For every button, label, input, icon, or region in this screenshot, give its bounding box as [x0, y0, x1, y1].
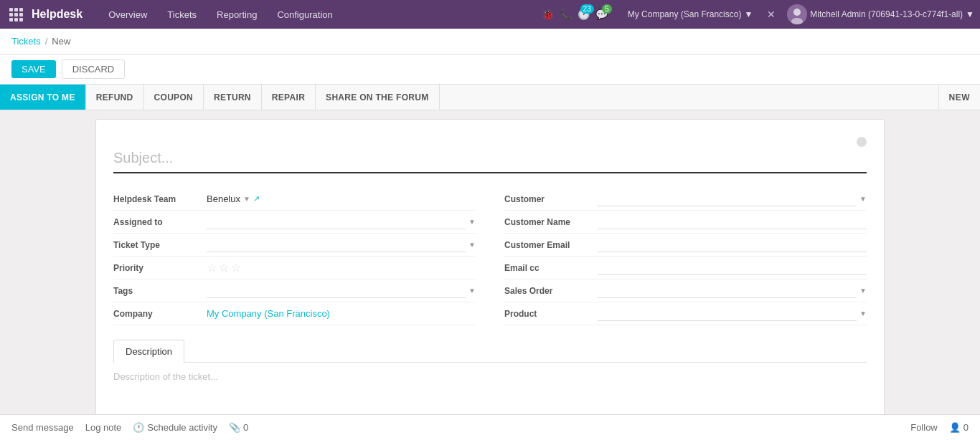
navbar-icons: 🐞 📞 🕐 23 💬 5 My Company (San Francisco) … [542, 4, 974, 24]
nav-overview[interactable]: Overview [100, 0, 156, 29]
form-grid: Helpdesk Team Benelux ▼ ↗ Assigned to ▼ [113, 188, 867, 325]
clock-badge: 23 [580, 4, 594, 14]
email-cc-value [598, 261, 867, 275]
company-value: My Company (San Francisco) [207, 308, 476, 319]
star-1[interactable]: ☆ [207, 261, 217, 274]
main-content: Helpdesk Team Benelux ▼ ↗ Assigned to ▼ [0, 110, 980, 414]
company-link[interactable]: My Company (San Francisco) [207, 308, 330, 319]
customer-email-row: Customer Email [504, 234, 867, 257]
user-info[interactable]: Mitchell Admin (706941-13-0-c774f1-all) … [787, 4, 974, 24]
coupon-button[interactable]: COUPON [144, 85, 204, 110]
send-message-label: Send message [11, 422, 74, 433]
ticket-type-arrow[interactable]: ▼ [468, 241, 476, 249]
people-icon: 👤 [949, 422, 961, 433]
ticket-form: Helpdesk Team Benelux ▼ ↗ Assigned to ▼ [95, 119, 885, 414]
product-label: Product [504, 309, 598, 319]
star-3[interactable]: ☆ [231, 261, 241, 274]
attachments-count: 0 [243, 422, 248, 433]
company-close-icon[interactable]: ✕ [767, 9, 776, 20]
clock-small-icon: 🕐 [133, 422, 144, 433]
ticket-type-row: Ticket Type ▼ [113, 234, 476, 257]
breadcrumb: Tickets / New [0, 29, 980, 54]
log-note-button[interactable]: Log note [85, 422, 122, 433]
clock-icon[interactable]: 🕐 23 [578, 9, 590, 20]
email-cc-label: Email cc [504, 263, 598, 273]
followers-section: 👤 0 [949, 422, 969, 433]
save-button[interactable]: SAVE [11, 60, 56, 78]
refund-button[interactable]: REFUND [86, 85, 144, 110]
helpdesk-team-text: Benelux [207, 193, 240, 204]
email-cc-input[interactable] [598, 261, 867, 275]
customer-name-input[interactable] [598, 215, 867, 229]
assign-to-me-button[interactable]: ASSIGN TO ME [0, 85, 86, 110]
product-arrow[interactable]: ▼ [859, 310, 867, 317]
chat-icon[interactable]: 💬 5 [595, 9, 608, 20]
assigned-to-value: ▼ [207, 215, 476, 229]
bug-icon[interactable]: 🐞 [542, 9, 554, 20]
email-cc-row: Email cc [504, 257, 867, 279]
sales-order-arrow[interactable]: ▼ [859, 287, 867, 295]
subject-container [113, 134, 867, 188]
breadcrumb-separator: / [45, 36, 48, 47]
company-label: Company [113, 309, 207, 319]
customer-input[interactable] [598, 192, 857, 206]
breadcrumb-parent[interactable]: Tickets [11, 36, 41, 47]
nav-reporting[interactable]: Reporting [208, 0, 265, 29]
navbar-menu: Overview Tickets Reporting Configuration [100, 0, 542, 29]
sales-order-row: Sales Order ▼ [504, 279, 867, 302]
star-2[interactable]: ☆ [219, 261, 229, 274]
left-fields: Helpdesk Team Benelux ▼ ↗ Assigned to ▼ [113, 188, 476, 325]
repair-button[interactable]: REPAIR [262, 85, 316, 110]
new-button[interactable]: NEW [938, 85, 981, 110]
description-placeholder[interactable]: Description of the ticket... [113, 371, 867, 382]
sales-order-input[interactable] [598, 284, 857, 298]
customer-label: Customer [504, 194, 598, 204]
description-area: Description of the ticket... [113, 363, 867, 413]
assigned-to-label: Assigned to [113, 217, 207, 227]
send-message-button[interactable]: Send message [11, 422, 74, 433]
svg-point-1 [793, 9, 801, 16]
tab-description[interactable]: Description [113, 340, 184, 363]
attachments-section: 📎 0 [229, 422, 248, 433]
company-selector[interactable]: My Company (San Francisco) ▼ [628, 9, 753, 19]
customer-name-value [598, 215, 867, 229]
ticket-type-input[interactable] [207, 238, 466, 252]
assigned-to-arrow[interactable]: ▼ [468, 218, 476, 226]
customer-email-label: Customer Email [504, 240, 598, 250]
return-button[interactable]: RETURN [204, 85, 262, 110]
assigned-to-row: Assigned to ▼ [113, 211, 476, 234]
phone-icon[interactable]: 📞 [560, 9, 572, 20]
tags-value: ▼ [207, 284, 476, 298]
priority-label: Priority [113, 263, 207, 273]
product-value: ▼ [598, 307, 867, 321]
followers-count: 0 [963, 422, 969, 433]
assigned-to-input[interactable] [207, 215, 466, 229]
product-input[interactable] [598, 307, 857, 321]
customer-name-row: Customer Name [504, 211, 867, 234]
footer-actions: Send message Log note 🕐 Schedule activit… [11, 422, 248, 433]
grid-menu-icon[interactable] [6, 4, 26, 24]
subject-input[interactable] [113, 147, 867, 173]
helpdesk-team-arrow[interactable]: ▼ [243, 195, 250, 203]
schedule-activity-label: Schedule activity [147, 422, 217, 433]
customer-arrow[interactable]: ▼ [859, 195, 867, 203]
helpdesk-team-external-link[interactable]: ↗ [253, 194, 260, 204]
paperclip-icon: 📎 [229, 422, 240, 433]
ticket-type-label: Ticket Type [113, 240, 207, 250]
navbar: Helpdesk Overview Tickets Reporting Conf… [0, 0, 980, 29]
action-bar: SAVE DISCARD [0, 54, 980, 85]
sales-order-label: Sales Order [504, 286, 598, 296]
nav-configuration[interactable]: Configuration [268, 0, 341, 29]
avatar [787, 4, 807, 24]
customer-email-input[interactable] [598, 238, 867, 252]
helpdesk-team-value: Benelux ▼ ↗ [207, 193, 476, 204]
schedule-activity-button[interactable]: 🕐 Schedule activity [133, 422, 217, 433]
nav-tickets[interactable]: Tickets [159, 0, 205, 29]
helpdesk-team-label: Helpdesk Team [113, 194, 207, 204]
tags-arrow[interactable]: ▼ [468, 287, 476, 295]
discard-button[interactable]: DISCARD [62, 59, 126, 79]
share-button[interactable]: SHARE ON THE FORUM [316, 85, 439, 110]
tags-input[interactable] [207, 284, 466, 298]
follow-button[interactable]: Follow [910, 422, 938, 433]
product-row: Product ▼ [504, 302, 867, 325]
